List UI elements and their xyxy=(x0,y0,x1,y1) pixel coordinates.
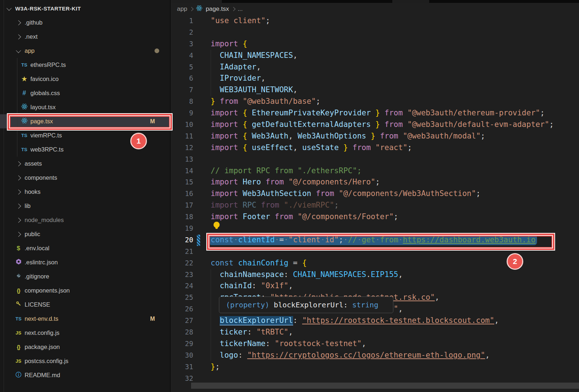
code-line-22[interactable]: 22const chainConfig = { xyxy=(170,257,579,269)
line-number[interactable]: 23 xyxy=(170,269,211,281)
sidebar-item-web3rpc-ts[interactable]: TSweb3RPC.ts xyxy=(0,142,170,157)
sidebar-item-viemrpc-ts[interactable]: TSviemRPC.ts xyxy=(0,128,170,142)
code-line-1[interactable]: 1"use client"; xyxy=(170,15,579,27)
sidebar-item-gitignore[interactable]: .gitignore xyxy=(0,269,170,284)
line-content[interactable]: logo: "https://cryptologos.cc/logos/ethe… xyxy=(211,350,579,361)
line-content[interactable]: }; xyxy=(211,361,579,373)
line-content[interactable]: import Hero from "@/components/Hero"; xyxy=(211,176,579,188)
line-content[interactable]: WEB3AUTH_NETWORK, xyxy=(211,84,579,96)
code-link[interactable]: https://dashboard.web3auth.io xyxy=(403,235,536,244)
line-content[interactable]: IProvider, xyxy=(211,73,579,84)
line-content[interactable]: import { useEffect, useState } from "rea… xyxy=(211,142,579,154)
line-number[interactable]: 9 xyxy=(170,107,211,119)
line-number[interactable]: 31 xyxy=(170,361,211,373)
line-number[interactable]: 24 xyxy=(170,280,211,292)
line-number[interactable]: 22 xyxy=(170,257,211,269)
line-number[interactable]: 15 xyxy=(170,176,211,188)
lightbulb-icon[interactable] xyxy=(214,222,220,228)
sidebar-item-readme-md[interactable]: README.md xyxy=(0,368,170,382)
line-content[interactable] xyxy=(211,246,579,257)
code-line-10[interactable]: 10import { getDefaultExternalAdapters } … xyxy=(170,119,579,131)
sidebar-item-globals-css[interactable]: #globals.css xyxy=(0,86,170,100)
sidebar-item-env-local[interactable]: $.env.local xyxy=(0,241,170,255)
line-content[interactable]: import { getDefaultExternalAdapters } fr… xyxy=(211,119,579,131)
line-number[interactable]: 25 xyxy=(170,292,211,303)
sidebar-item-components-json[interactable]: {}components.json xyxy=(0,284,170,298)
code-line-4[interactable]: 4 CHAIN_NAMESPACES, xyxy=(170,50,579,61)
code-link[interactable]: "https://rootstock-testnet.blockscout.co… xyxy=(302,316,494,325)
code-line-23[interactable]: 23 chainNamespace: CHAIN_NAMESPACES.EIP1… xyxy=(170,269,579,281)
code-line-19[interactable]: 19 xyxy=(170,223,579,234)
line-number[interactable]: 29 xyxy=(170,338,211,350)
code-line-7[interactable]: 7 WEB3AUTH_NETWORK, xyxy=(170,84,579,96)
sidebar-item-node-modules[interactable]: node_modules xyxy=(0,213,170,227)
code-line-2[interactable]: 2 xyxy=(170,27,579,38)
code-line-29[interactable]: 29 tickerName: "rootstock-testnet", xyxy=(170,338,579,350)
line-number[interactable]: 19 xyxy=(170,223,211,234)
code-line-16[interactable]: 16import Web3AuthSection from "@/compone… xyxy=(170,188,579,200)
editor-pane[interactable]: app page.tsx ... 1"use client";23import … xyxy=(170,0,579,392)
line-content[interactable]: import Web3AuthSection from "@/component… xyxy=(211,188,579,200)
line-content[interactable]: CHAIN_NAMESPACES, xyxy=(211,50,579,61)
explorer-root[interactable]: W3A-RSK-STARTER-KIT xyxy=(0,1,170,16)
horizontal-scrollbar[interactable] xyxy=(191,383,579,389)
code-area[interactable]: 1"use client";23import {4 CHAIN_NAMESPAC… xyxy=(170,15,579,384)
sidebar-item-next-config-js[interactable]: JSnext.config.js xyxy=(0,326,170,340)
line-content[interactable]: tickerName: "rootstock-testnet", xyxy=(211,338,579,350)
line-number[interactable]: 17 xyxy=(170,200,211,211)
line-number[interactable]: 21 xyxy=(170,246,211,257)
code-line-5[interactable]: 5 IAdapter, xyxy=(170,61,579,73)
line-content[interactable] xyxy=(211,223,579,234)
sidebar-item-eslintrc-json[interactable]: .eslintrc.json xyxy=(0,255,170,269)
code-line-17[interactable]: 17import RPC from "./viemRPC"; xyxy=(170,200,579,211)
code-line-21[interactable]: 21 xyxy=(170,246,579,257)
line-number[interactable]: 30 xyxy=(170,350,211,361)
code-line-11[interactable]: 11import { Web3Auth, Web3AuthOptions } f… xyxy=(170,131,579,142)
line-number[interactable]: 11 xyxy=(170,131,211,142)
line-number[interactable]: 8 xyxy=(170,96,211,107)
sidebar-item-github[interactable]: .github xyxy=(0,16,170,30)
line-number[interactable]: 3 xyxy=(170,38,211,50)
line-content[interactable]: "use client"; xyxy=(211,15,579,27)
line-content[interactable]: import { EthereumPrivateKeyProvider } fr… xyxy=(211,107,579,119)
breadcrumb-file[interactable]: page.tsx xyxy=(206,5,229,13)
line-content[interactable]: const chainConfig = { xyxy=(211,257,579,269)
line-content[interactable]: chainNamespace: CHAIN_NAMESPACES.EIP155, xyxy=(211,269,579,281)
sidebar-item-next[interactable]: .next xyxy=(0,30,170,44)
code-line-3[interactable]: 3import { xyxy=(170,38,579,50)
sidebar-item-ethersrpc-ts[interactable]: TSethersRPC.ts xyxy=(0,58,170,72)
line-content[interactable]: const·clientId·=·"client·id";·//·get·fro… xyxy=(211,234,579,246)
line-content[interactable]: import RPC from "./viemRPC"; xyxy=(211,200,579,211)
line-content[interactable]: import Footer from "@/components/Footer"… xyxy=(211,211,579,223)
sidebar-item-layout-tsx[interactable]: layout.tsx xyxy=(0,100,170,114)
sidebar-item-next-env-d-ts[interactable]: TSnext-env.d.tsM xyxy=(0,312,170,326)
line-number[interactable]: 28 xyxy=(170,327,211,338)
code-line-30[interactable]: 30 logo: "https://cryptologos.cc/logos/e… xyxy=(170,350,579,361)
sidebar-item-postcss-config-js[interactable]: JSpostcss.config.js xyxy=(0,354,170,368)
line-number[interactable]: 14 xyxy=(170,165,211,177)
code-line-12[interactable]: 12import { useEffect, useState } from "r… xyxy=(170,142,579,154)
code-link[interactable]: "https://cryptologos.cc/logos/ethereum-e… xyxy=(247,351,485,359)
line-content[interactable]: } from "@web3auth/base"; xyxy=(211,96,579,107)
sidebar-item-license[interactable]: LICENSE xyxy=(0,298,170,312)
line-number[interactable]: 5 xyxy=(170,61,211,73)
code-line-14[interactable]: 14// import RPC from "./ethersRPC"; xyxy=(170,165,579,177)
line-number[interactable]: 26 xyxy=(170,303,211,315)
sidebar-item-app[interactable]: app xyxy=(0,44,170,58)
line-number[interactable]: 6 xyxy=(170,73,211,84)
code-line-20[interactable]: 20const·clientId·=·"client·id";·//·get·f… xyxy=(170,234,579,246)
line-content[interactable]: IAdapter, xyxy=(211,61,579,73)
line-content[interactable]: import { Web3Auth, Web3AuthOptions } fro… xyxy=(211,131,579,142)
line-content[interactable]: ticker: "tRBTC", xyxy=(211,327,579,338)
line-content[interactable]: blockExplorerUrl: "https://rootstock-tes… xyxy=(211,315,579,327)
line-content[interactable]: import { xyxy=(211,38,579,50)
line-number[interactable]: 27 xyxy=(170,315,211,327)
sidebar-item-assets[interactable]: assets xyxy=(0,157,170,171)
code-line-15[interactable]: 15import Hero from "@/components/Hero"; xyxy=(170,176,579,188)
line-number[interactable]: 10 xyxy=(170,119,211,131)
line-number[interactable]: 2 xyxy=(170,27,211,38)
sidebar-item-favicon-ico[interactable]: ★favicon.ico xyxy=(0,72,170,86)
line-number[interactable]: 7 xyxy=(170,84,211,96)
code-line-6[interactable]: 6 IProvider, xyxy=(170,73,579,84)
sidebar-item-components[interactable]: components xyxy=(0,171,170,185)
